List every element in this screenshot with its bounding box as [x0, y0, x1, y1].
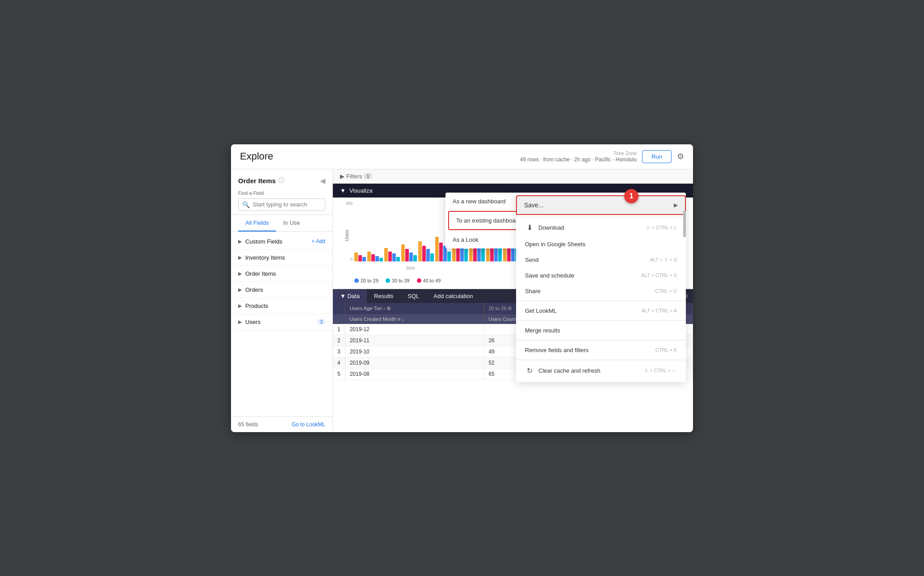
chevron-right-icon: ▶ [238, 319, 242, 325]
bar [401, 244, 405, 261]
field-list: ▶ Custom Fields + Add ▶ Inventory Items [231, 232, 332, 416]
bar-group-3 [384, 248, 400, 261]
divider [516, 320, 686, 321]
filters-toggle[interactable]: ▶ Filters 1 [340, 173, 372, 180]
date-cell: 2019-10 [345, 346, 484, 357]
bar [371, 254, 375, 261]
download-shortcut: ⇧ + CTRL + L [646, 225, 677, 231]
remove-fields-label: Remove fields and filters [525, 347, 588, 353]
bar [362, 257, 366, 261]
menu-share[interactable]: Share CTRL + U [516, 283, 686, 299]
field-group-left: ▶ Inventory Items [238, 254, 285, 261]
sidebar-footer: 65 fields Go to LookML [231, 416, 332, 432]
field-group-orders-header[interactable]: ▶ Orders [231, 282, 332, 298]
chevron-right-icon: ▶ [238, 271, 242, 277]
viz-toggle-icon: ▼ [340, 187, 346, 194]
scroll-thumb[interactable] [683, 210, 686, 237]
open-google-sheets-label: Open in Google Sheets [525, 241, 585, 248]
field-group-users-header[interactable]: ▶ Users 3 [231, 314, 332, 330]
td-sub-created-month[interactable]: Users Created Month ≡ ↓ [345, 314, 484, 324]
menu-clear-cache[interactable]: ↻ Clear cache and refresh ⇧ + CTRL + ← [516, 362, 686, 379]
bar [439, 243, 443, 261]
save-as-new-dashboard-label: As a new dashboard [453, 198, 506, 205]
field-group-name: Custom Fields [245, 238, 282, 245]
remove-fields-shortcut: CTRL + K [655, 347, 677, 353]
date-cell: 2019-09 [345, 357, 484, 368]
field-group-custom-fields-header[interactable]: ▶ Custom Fields + Add [231, 234, 332, 249]
bar [379, 258, 383, 261]
share-shortcut: CTRL + U [655, 288, 677, 294]
legend-dot-pink [417, 278, 421, 283]
legend-label-30-39: 30 to 39 [392, 278, 410, 283]
chevron-right-icon: ▶ [238, 255, 242, 261]
search-input[interactable] [252, 201, 328, 208]
field-group-name: Users [245, 319, 260, 325]
add-custom-field-button[interactable]: + Add [311, 238, 325, 244]
td-sub-empty [333, 314, 345, 324]
data-tab-data[interactable]: ▼ Data [333, 289, 367, 303]
menu-remove-fields[interactable]: Remove fields and filters CTRL + K [516, 342, 686, 358]
save-as-look-label: As a Look [453, 236, 479, 243]
chevron-right-icon: ▶ [238, 239, 242, 244]
bar [358, 255, 362, 261]
send-shortcut: ALT + ⇧ + S [650, 257, 677, 263]
bar [396, 257, 400, 261]
legend-label-40-49: 40 to 49 [423, 278, 441, 283]
field-group-users: ▶ Users 3 [231, 314, 332, 330]
data-tab-results[interactable]: Results [367, 289, 400, 303]
th-age-tier[interactable]: Users Age Tier › ⚙ [345, 303, 484, 314]
send-label: Send [525, 256, 538, 263]
divider [516, 217, 686, 217]
viz-label: Visualiza [349, 187, 373, 194]
menu-download[interactable]: ⬇ Download ⇧ + CTRL + L [516, 219, 686, 236]
run-button[interactable]: Run [642, 150, 672, 163]
field-group-name: Order Items [245, 270, 276, 277]
bar [426, 249, 430, 261]
x-axis-label-2016: 2016 [406, 266, 415, 270]
y-val-top: 200 [346, 201, 353, 206]
y-axis-values: 200 0 [340, 201, 353, 261]
menu-save-schedule[interactable]: Save and schedule ALT + CTRL + S [516, 268, 686, 283]
merge-results-label: Merge results [525, 327, 560, 334]
menu-open-google-sheets[interactable]: Open in Google Sheets [516, 236, 686, 252]
field-group-order-items-header[interactable]: ▶ Order Items [231, 266, 332, 282]
menu-send[interactable]: Send ALT + ⇧ + S [516, 252, 686, 268]
bar [354, 252, 358, 261]
clear-cache-shortcut: ⇧ + CTRL + ← [644, 368, 677, 374]
th-empty [333, 303, 345, 314]
info-icon: ⓘ [278, 177, 285, 185]
search-icon: 🔍 [242, 201, 250, 208]
menu-get-lookml[interactable]: Get LookML ALT + CTRL + A [516, 303, 686, 319]
field-group-orders: ▶ Orders [231, 282, 332, 298]
tab-in-use[interactable]: In Use [276, 215, 307, 231]
go-to-lookml-link[interactable]: Go to LookML [292, 421, 325, 428]
filter-chevron-icon: ▶ [340, 173, 344, 180]
sidebar-back-button[interactable]: ◀ [320, 177, 325, 185]
date-cell: 2019-11 [345, 335, 484, 346]
save-label: Save... [524, 202, 544, 209]
bar [430, 253, 434, 261]
tab-all-fields[interactable]: All Fields [238, 215, 276, 231]
sidebar: Order Items ⓘ ◀ Find a Field 🔍 All Field… [231, 169, 333, 432]
field-group-products-header[interactable]: ▶ Products [231, 298, 332, 314]
data-tab-sql[interactable]: SQL [400, 289, 426, 303]
legend-30-39: 30 to 39 [386, 278, 410, 283]
page-title: Explore [240, 151, 273, 162]
data-tab-add-calculation[interactable]: Add calculation [426, 289, 480, 303]
scrollbar [683, 193, 686, 382]
menu-merge-results[interactable]: Merge results [516, 323, 686, 338]
download-label: Download [538, 224, 564, 231]
bar [409, 252, 413, 261]
users-badge: 3 [317, 319, 325, 325]
header-right: Time Zone 49 rows · from cache · 2h ago … [520, 150, 684, 163]
header: Explore Time Zone 49 rows · from cache ·… [231, 144, 693, 169]
bar [388, 252, 392, 261]
gear-button[interactable]: ⚙ [677, 151, 684, 161]
field-group-inventory-items-header[interactable]: ▶ Inventory Items [231, 250, 332, 265]
bar [384, 248, 388, 261]
field-group-left: ▶ Orders [238, 286, 263, 293]
header-meta: Time Zone 49 rows · from cache · 2h ago … [520, 151, 637, 163]
app-window: Explore Time Zone 49 rows · from cache ·… [231, 144, 693, 432]
filters-badge: 1 [364, 173, 372, 179]
field-group-inventory-items: ▶ Inventory Items [231, 250, 332, 266]
